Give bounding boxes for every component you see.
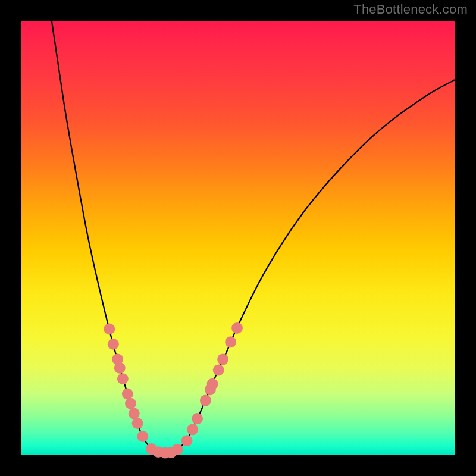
data-marker [137, 431, 148, 442]
data-marker [129, 408, 140, 419]
data-marker [117, 373, 129, 384]
data-marker [207, 378, 218, 390]
data-marker [122, 389, 133, 400]
watermark-label: TheBottleneck.com [353, 2, 468, 17]
data-marker [217, 353, 228, 365]
data-marker [108, 339, 119, 350]
data-marker [187, 424, 198, 435]
data-marker [200, 395, 211, 406]
chart-overlay [21, 21, 455, 455]
data-marker [231, 322, 243, 334]
data-marker [125, 398, 136, 409]
data-marker [225, 336, 236, 347]
data-marker [172, 444, 183, 455]
bottleneck-curve [52, 21, 455, 453]
chart-container: TheBottleneck.com [0, 0, 476, 476]
data-marker [114, 362, 126, 374]
data-marker [104, 323, 115, 334]
data-marker [181, 435, 193, 446]
data-marker [192, 413, 203, 424]
marker-group [104, 322, 243, 459]
data-marker [132, 418, 143, 429]
data-marker [213, 365, 224, 376]
